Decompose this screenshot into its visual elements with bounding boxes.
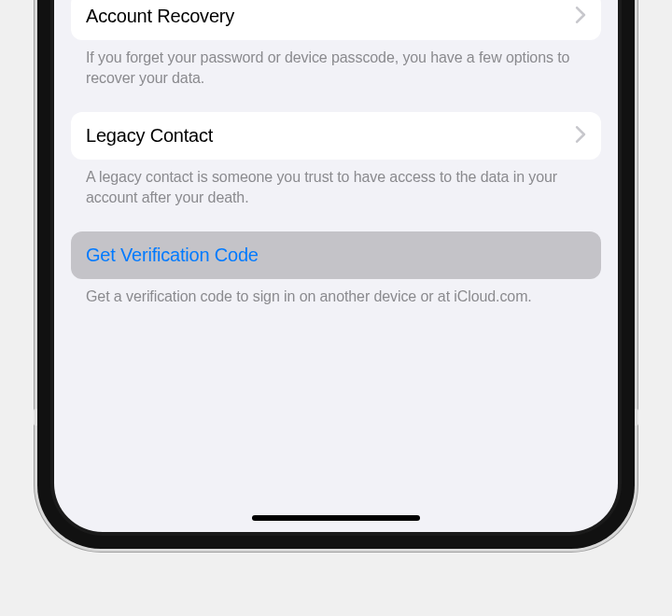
settings-screen: Account Recovery If you forget your pass… (54, 0, 618, 532)
legacy-contact-label: Legacy Contact (86, 125, 213, 147)
legacy-contact-row[interactable]: Legacy Contact (71, 112, 601, 160)
get-verification-code-footer: Get a verification code to sign in on an… (71, 287, 601, 331)
chevron-right-icon (575, 126, 586, 147)
account-recovery-label: Account Recovery (86, 6, 234, 27)
device-inner-frame: Account Recovery If you forget your pass… (50, 0, 622, 536)
get-verification-code-label: Get Verification Code (86, 245, 259, 265)
device-side-notch-right (635, 409, 638, 426)
legacy-contact-footer: A legacy contact is someone you trust to… (71, 167, 601, 231)
account-recovery-row[interactable]: Account Recovery (71, 0, 601, 40)
device-side-notch-left (34, 409, 37, 426)
chevron-right-icon (575, 7, 586, 27)
device-frame: Account Recovery If you forget your pass… (37, 0, 635, 549)
account-recovery-footer: If you forget your password or device pa… (71, 48, 601, 112)
home-indicator[interactable] (252, 515, 420, 521)
get-verification-code-button[interactable]: Get Verification Code (71, 231, 601, 279)
